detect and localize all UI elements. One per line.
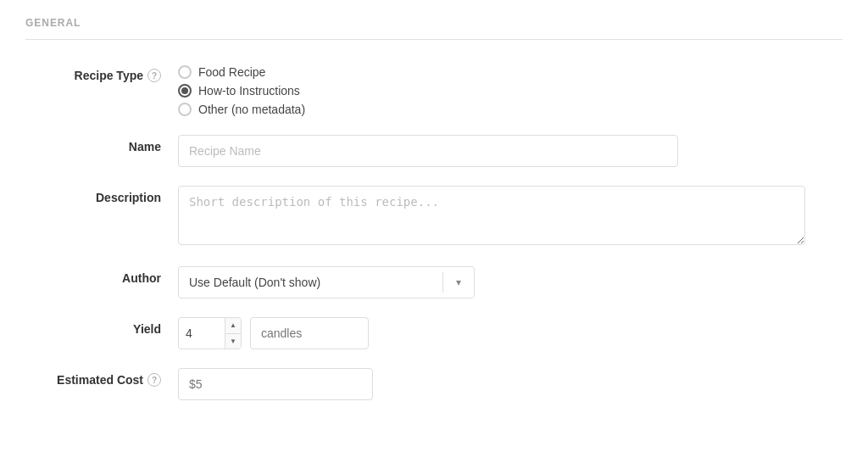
- recipe-type-label: Recipe Type ?: [42, 64, 178, 82]
- estimated-cost-row: Estimated Cost ?: [25, 368, 843, 400]
- name-row: Name: [25, 135, 843, 167]
- chevron-down-icon[interactable]: ▾: [443, 276, 474, 288]
- yield-controls: ▲ ▼: [178, 317, 826, 349]
- estimated-cost-label: Estimated Cost ?: [42, 368, 178, 387]
- recipe-type-help-icon[interactable]: ?: [147, 69, 161, 82]
- radio-food-recipe-input[interactable]: [178, 65, 192, 79]
- author-select-wrapper[interactable]: Use Default (Don't show) ▾: [178, 266, 475, 298]
- yield-number-wrapper: ▲ ▼: [178, 317, 242, 349]
- radio-howto-input[interactable]: [178, 84, 192, 98]
- radio-food-recipe[interactable]: Food Recipe: [178, 65, 826, 79]
- author-row: Author Use Default (Don't show) ▾: [25, 266, 843, 298]
- author-control: Use Default (Don't show) ▾: [178, 266, 826, 298]
- section-title: GENERAL: [25, 17, 843, 40]
- description-row: Description: [25, 186, 843, 248]
- recipe-type-radio-group: Food Recipe How-to Instructions Other (n…: [178, 64, 826, 116]
- author-label: Author: [42, 266, 178, 285]
- yield-label: Yield: [42, 317, 178, 336]
- yield-row: Yield ▲ ▼: [25, 317, 843, 349]
- description-textarea[interactable]: [178, 186, 805, 245]
- page-container: GENERAL Recipe Type ? Food Recipe How-to…: [0, 0, 868, 474]
- author-select[interactable]: Use Default (Don't show): [179, 269, 442, 296]
- recipe-type-control: Food Recipe How-to Instructions Other (n…: [178, 64, 826, 116]
- yield-spinners: ▲ ▼: [225, 317, 241, 349]
- name-control: [178, 135, 826, 167]
- yield-number-input[interactable]: [179, 320, 225, 347]
- name-label: Name: [42, 135, 178, 153]
- radio-other-input[interactable]: [178, 103, 192, 116]
- radio-howto-instructions[interactable]: How-to Instructions: [178, 84, 826, 98]
- estimated-cost-control: [178, 368, 826, 400]
- yield-control: ▲ ▼: [178, 317, 826, 349]
- estimated-cost-help-icon[interactable]: ?: [147, 373, 161, 387]
- yield-spinner-down[interactable]: ▼: [225, 334, 241, 350]
- yield-unit-input[interactable]: [250, 317, 369, 349]
- recipe-type-row: Recipe Type ? Food Recipe How-to Instruc…: [25, 64, 843, 116]
- yield-spinner-up[interactable]: ▲: [225, 317, 241, 334]
- description-control: [178, 186, 826, 248]
- radio-other[interactable]: Other (no metadata): [178, 103, 826, 116]
- description-label: Description: [42, 186, 178, 204]
- estimated-cost-input[interactable]: [178, 368, 373, 400]
- name-input[interactable]: [178, 135, 678, 167]
